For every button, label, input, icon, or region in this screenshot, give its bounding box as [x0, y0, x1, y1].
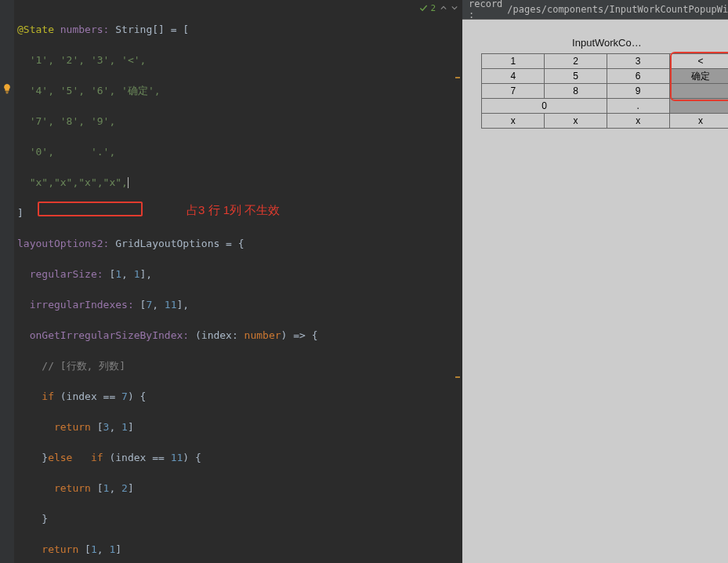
- keypad-key-x[interactable]: x: [545, 114, 607, 129]
- keypad-key-x[interactable]: x: [669, 114, 728, 129]
- text-caret: [128, 177, 129, 188]
- keypad-key-1[interactable]: 1: [482, 54, 545, 69]
- code-line: ]: [17, 207, 24, 219]
- keypad-row: 7 8 9: [482, 84, 728, 99]
- code-area[interactable]: @State numbers: String[] = [ '1', '2', '…: [14, 0, 462, 563]
- keypad-key-3[interactable]: 3: [607, 54, 669, 69]
- keypad-key-empty[interactable]: [669, 99, 728, 114]
- keypad-key-4[interactable]: 4: [482, 69, 545, 84]
- annotation: @State: [17, 24, 54, 35]
- keypad-key-empty[interactable]: [669, 84, 728, 99]
- keypad-row: 0 .: [482, 99, 728, 114]
- keypad-key-0[interactable]: 0: [482, 99, 607, 114]
- keypad-row: 1 2 3 <: [482, 54, 728, 69]
- breadcrumb-path: /pages/components/InputWorkCountPopupWin…: [507, 4, 728, 15]
- code-line: '4', '5', '6', '确定',: [17, 85, 161, 96]
- preview-breadcrumb[interactable]: record : /pages/components/InputWorkCoun…: [462, 0, 728, 20]
- keypad-row: 4 5 6 确定: [482, 69, 728, 84]
- keypad-key-7[interactable]: 7: [482, 84, 545, 99]
- keypad-key-x[interactable]: x: [482, 114, 545, 129]
- code-line: "x","x","x","x",: [17, 176, 128, 188]
- keypad-key-8[interactable]: 8: [545, 84, 607, 99]
- code-comment: // [行数, 列数]: [17, 360, 125, 372]
- keypad: 1 2 3 < 4 5 6 确定 7 8 9: [481, 53, 728, 129]
- keypad-row: x x x x: [482, 114, 728, 129]
- keypad-key-ok[interactable]: 确定: [669, 69, 728, 84]
- keypad-key-back[interactable]: <: [669, 54, 728, 69]
- keypad-key-2[interactable]: 2: [545, 54, 607, 69]
- preview-canvas: InputWorkCo… 1 2 3 < 4 5 6 确定: [462, 20, 728, 563]
- keypad-key-9[interactable]: 9: [607, 84, 669, 99]
- keypad-key-dot[interactable]: .: [607, 99, 669, 114]
- keypad-key-6[interactable]: 6: [607, 69, 669, 84]
- code-line: '0', '.',: [17, 146, 115, 158]
- app-root: 2 @State numbers: String[] = [ '1', '2',…: [0, 0, 728, 563]
- keypad-key-5[interactable]: 5: [545, 69, 607, 84]
- annotation-text: 占3 行 1列 不生效: [187, 203, 280, 218]
- lightbulb-icon[interactable]: [2, 83, 13, 94]
- annotation-box-return: [38, 202, 143, 216]
- code-line: '7', '8', '9',: [17, 115, 115, 127]
- code-editor-pane[interactable]: 2 @State numbers: String[] = [ '1', '2',…: [0, 0, 462, 563]
- preview-pane: record : /pages/components/InputWorkCoun…: [462, 0, 728, 563]
- preview-title: InputWorkCo…: [462, 37, 728, 49]
- code-line: '1', '2', '3', '<',: [17, 54, 146, 66]
- keypad-key-x[interactable]: x: [607, 114, 669, 129]
- breadcrumb-label: record :: [469, 0, 502, 20]
